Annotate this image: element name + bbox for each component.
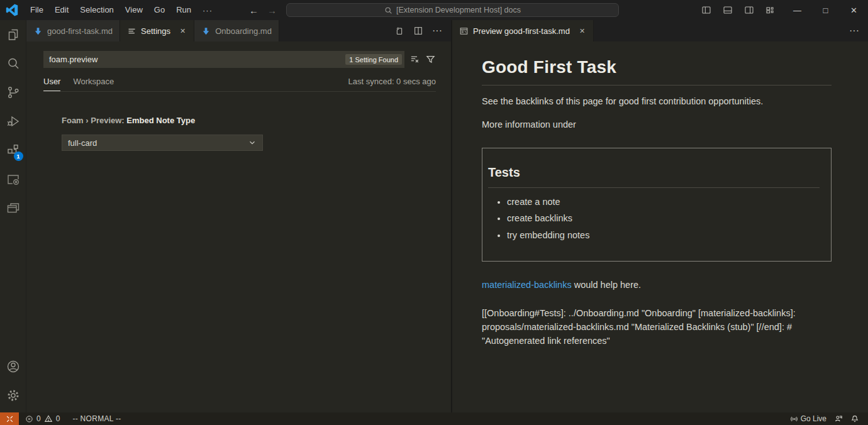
- remote-explorer-icon[interactable]: [0, 165, 26, 194]
- settings-editor: foam.preview 1 Setting Found User Worksp…: [27, 41, 451, 412]
- preview-paragraph: See the backlinks of this page for good …: [482, 95, 832, 109]
- markdown-preview-icon: [459, 26, 469, 36]
- tab-close-icon[interactable]: ✕: [179, 26, 187, 36]
- toggle-panel-icon[interactable]: [719, 0, 737, 20]
- tab-label: good-first-task.md: [47, 26, 113, 36]
- scope-tab-user[interactable]: User: [43, 77, 60, 91]
- split-editor-icon[interactable]: [413, 26, 423, 36]
- settings-search-value: foam.preview: [49, 55, 97, 64]
- more-actions-icon[interactable]: ···: [849, 25, 859, 36]
- menu-file[interactable]: File: [25, 3, 49, 17]
- window-minimize-button[interactable]: —: [783, 0, 811, 20]
- search-view-icon[interactable]: [0, 49, 26, 78]
- filter-settings-icon[interactable]: [425, 54, 436, 65]
- window-maximize-button[interactable]: □: [811, 0, 840, 20]
- link-references-text: [[Onboarding#Tests]: ../Onboarding.md "O…: [482, 306, 832, 348]
- select-value: full-card: [68, 138, 97, 148]
- activity-bar: 1: [0, 20, 26, 412]
- preview-paragraph: More information under: [482, 118, 832, 132]
- run-debug-icon[interactable]: [0, 107, 26, 136]
- search-icon: [384, 6, 392, 14]
- extensions-icon[interactable]: 1: [0, 136, 26, 165]
- settings-gear-icon[interactable]: [0, 381, 26, 410]
- remote-icon: [6, 415, 14, 423]
- clear-settings-filter-icon[interactable]: [409, 54, 420, 65]
- menu-go[interactable]: Go: [148, 3, 170, 17]
- go-live-label: Go Live: [801, 414, 826, 423]
- explorer-icon[interactable]: [0, 20, 26, 49]
- right-tab-bar: Preview good-first-task.md ✕ ···: [452, 20, 868, 41]
- open-settings-json-icon[interactable]: [394, 26, 404, 36]
- markdown-preview-pane: Good First Task See the backlinks of thi…: [452, 41, 868, 412]
- setting-name: Embed Note Type: [126, 116, 195, 125]
- embed-card-heading: Tests: [488, 163, 820, 188]
- settings-search-input[interactable]: foam.preview 1 Setting Found: [43, 51, 404, 68]
- setting-category: Foam › Preview:: [62, 116, 126, 125]
- remote-indicator[interactable]: [0, 412, 19, 425]
- notifications-bell-icon[interactable]: [847, 412, 863, 425]
- warnings-count: 0: [56, 414, 60, 423]
- tab-close-icon[interactable]: ✕: [578, 26, 586, 36]
- title-bar: File Edit Selection View Go Run ··· ← → …: [0, 0, 868, 20]
- navigate-forward-icon[interactable]: →: [267, 5, 277, 16]
- source-control-icon[interactable]: [0, 78, 26, 107]
- customize-layout-icon[interactable]: [762, 0, 779, 20]
- navigate-back-icon[interactable]: ←: [249, 5, 259, 16]
- command-center[interactable]: [Extension Development Host] docs: [286, 3, 619, 17]
- errors-count: 0: [36, 414, 41, 423]
- tab-settings[interactable]: Settings ✕: [120, 20, 194, 41]
- list-item: create backlinks: [507, 212, 820, 226]
- menu-selection[interactable]: Selection: [74, 3, 119, 17]
- tab-preview-good-first-task[interactable]: Preview good-first-task.md ✕: [452, 20, 594, 41]
- menu-run[interactable]: Run: [170, 3, 197, 17]
- window-close-button[interactable]: ✕: [840, 0, 868, 20]
- scope-tab-workspace[interactable]: Workspace: [73, 77, 114, 91]
- status-bar: 0 0 -- NORMAL -- Go Live: [0, 412, 868, 425]
- tab-label: Preview good-first-task.md: [473, 26, 570, 36]
- embed-note-type-select[interactable]: full-card: [62, 135, 263, 151]
- editor-group-sash[interactable]: [451, 20, 452, 412]
- menu-view[interactable]: View: [120, 3, 148, 17]
- settings-editor-icon: [127, 26, 136, 36]
- warnings-icon: [44, 414, 53, 423]
- link-suffix-text: would help here.: [572, 280, 641, 290]
- vim-mode-indicator[interactable]: -- NORMAL --: [69, 412, 125, 425]
- tab-good-first-task[interactable]: good-first-task.md: [26, 20, 120, 41]
- problems-status[interactable]: 0 0: [21, 412, 64, 425]
- go-live-button[interactable]: Go Live: [786, 412, 830, 425]
- materialized-backlinks-link[interactable]: materialized-backlinks: [482, 280, 572, 290]
- broadcast-icon: [790, 415, 798, 423]
- menu-edit[interactable]: Edit: [49, 3, 74, 17]
- accounts-icon[interactable]: [0, 352, 26, 381]
- settings-scope-tabs: User Workspace Last synced: 0 secs ago: [43, 77, 436, 92]
- toggle-secondary-sidebar-icon[interactable]: [740, 0, 758, 20]
- chevron-down-icon: [248, 138, 257, 147]
- embedded-note-card: Tests create a note create backlinks try…: [482, 148, 832, 262]
- setting-embed-note-type: Foam › Preview: Embed Note Type full-car…: [62, 116, 451, 151]
- list-item: create a note: [507, 196, 820, 209]
- embed-card-list: create a note create backlinks try embed…: [488, 196, 820, 243]
- extensions-badge: 1: [14, 152, 23, 161]
- left-tab-bar: good-first-task.md Settings ✕ Onboarding…: [26, 20, 451, 41]
- windows-panel-icon[interactable]: [0, 194, 26, 223]
- command-center-label: [Extension Development Host] docs: [396, 6, 521, 14]
- markdown-file-icon: [33, 26, 43, 36]
- last-synced-label: Last synced: 0 secs ago: [348, 77, 436, 91]
- tab-onboarding[interactable]: Onboarding.md: [194, 20, 279, 41]
- markdown-file-icon: [201, 26, 211, 36]
- tab-label: Onboarding.md: [215, 26, 272, 36]
- preview-title: Good First Task: [482, 54, 832, 86]
- vscode-logo-icon: [6, 4, 18, 16]
- list-item: try embedding notes: [507, 229, 820, 243]
- toggle-primary-sidebar-icon[interactable]: [698, 0, 715, 20]
- errors-icon: [25, 415, 33, 423]
- menu-more-icon[interactable]: ···: [197, 6, 218, 15]
- more-actions-icon[interactable]: ···: [432, 25, 442, 36]
- settings-count-badge: 1 Setting Found: [345, 54, 402, 65]
- feedback-icon[interactable]: [830, 412, 847, 425]
- tab-label: Settings: [141, 26, 170, 36]
